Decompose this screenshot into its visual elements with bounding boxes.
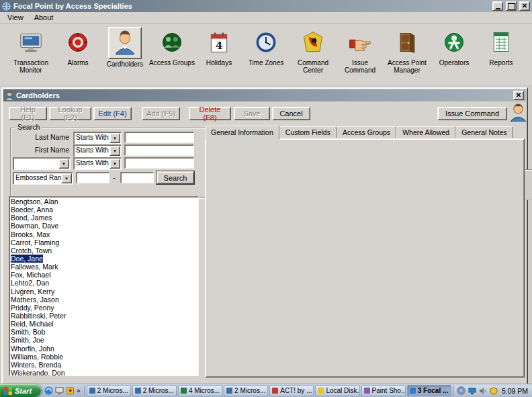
taskbar-task[interactable]: 2 Micros... <box>87 385 131 396</box>
last-name-operator-combo[interactable]: Starts With ▼ <box>73 132 122 144</box>
toolbar-item-operators[interactable]: Operators <box>431 27 477 87</box>
tray-network-icon[interactable] <box>468 387 476 395</box>
cardholder-list[interactable]: Bengtson, Alan Boeder, Anna Bond, James … <box>9 196 199 376</box>
toolbar-item-access-groups[interactable]: Access Groups <box>149 27 195 87</box>
operators-icon <box>438 27 470 58</box>
quick-launch-app-icon[interactable] <box>66 386 75 395</box>
toolbar-item-reports[interactable]: Reports <box>478 27 524 87</box>
cardholder-list-item[interactable]: Fox, Michael <box>11 271 198 279</box>
cardholder-list-item[interactable]: Bond, James <box>11 214 198 222</box>
embossed-range-combo[interactable]: Embossed Rang ▼ <box>13 172 73 185</box>
menubar: View About <box>0 12 532 24</box>
toolbar-label: Command Center <box>290 59 336 74</box>
cardholder-list-item[interactable]: Brooks, Max <box>11 230 198 238</box>
delete-button[interactable]: Delete (F8) <box>189 107 231 120</box>
taskbar-task[interactable]: 4 Micros... <box>178 385 222 396</box>
issue-command-button[interactable]: Issue Command <box>437 107 507 120</box>
minimize-button[interactable] <box>492 1 503 11</box>
toolbar-item-access-point-manager[interactable]: Access Point Manager <box>384 27 430 87</box>
save-button[interactable]: Save <box>234 107 270 120</box>
cardholder-list-item[interactable]: Williams, Robbie <box>11 353 198 361</box>
dialog-close-button[interactable]: ✕ <box>513 91 524 100</box>
tray-collapse-chevron[interactable]: « <box>457 386 466 395</box>
tabstrip: General Information Custom Fields Access… <box>205 126 513 139</box>
start-button[interactable]: Start <box>0 384 41 397</box>
taskbar-task[interactable]: Local Disk... <box>315 385 359 396</box>
search-button[interactable]: Search <box>157 171 194 184</box>
range-to-input[interactable] <box>120 172 154 183</box>
chevron-down-icon[interactable]: ▼ <box>58 159 69 169</box>
toolbar-item-holidays[interactable]: 4 Holidays <box>196 27 242 87</box>
chevron-down-icon[interactable]: ▼ <box>109 133 120 143</box>
chevron-down-icon[interactable]: ▼ <box>109 159 120 169</box>
cardholder-list-item[interactable]: Bengtson, Alan <box>11 197 198 206</box>
cardholder-list-item[interactable]: Carrot, Flaming <box>11 238 198 247</box>
taskbar-task[interactable]: Paint Sho... <box>361 385 406 396</box>
task-icon <box>318 388 324 394</box>
toolbar-item-transaction-monitor[interactable]: Transaction Monitor <box>8 27 54 87</box>
start-label: Start <box>15 387 32 395</box>
tab-access-groups[interactable]: Access Groups <box>337 126 396 138</box>
menu-view[interactable]: View <box>3 13 28 22</box>
cardholder-list-item[interactable]: Bowman, Dave <box>11 222 198 230</box>
toolbar-item-time-zones[interactable]: Time Zones <box>243 27 289 87</box>
task-icon <box>272 388 278 394</box>
tray-volume-icon[interactable] <box>479 387 487 395</box>
field-search-input[interactable] <box>124 157 194 169</box>
quick-launch-more-chevron[interactable]: » <box>77 387 81 394</box>
toolbar-item-command-center[interactable]: Command Center <box>290 27 336 87</box>
toolbar-label: Time Zones <box>243 59 289 67</box>
taskbar-task[interactable]: ACT! by ... <box>269 385 314 396</box>
windows-flag-icon <box>4 387 12 395</box>
tab-general-information[interactable]: General Information <box>205 126 279 140</box>
cardholder-list-item[interactable]: Reid, Michael <box>11 320 198 328</box>
cardholder-list-item[interactable]: Whorfin, John <box>11 345 198 353</box>
last-name-search-input[interactable] <box>124 132 194 143</box>
cardholder-list-item[interactable]: Rabbitinski, Peter <box>11 312 198 320</box>
cardholder-list-item[interactable]: Crotch, Town <box>11 247 198 255</box>
cardholder-list-item[interactable]: Priddy, Penny <box>11 304 198 312</box>
maximize-button[interactable] <box>506 1 517 11</box>
chevron-down-icon[interactable]: ▼ <box>109 146 120 156</box>
help-button[interactable]: Help (F1) <box>9 107 47 120</box>
range-from-input[interactable] <box>76 172 109 183</box>
taskbar-task[interactable]: 2 Micros... <box>224 385 268 396</box>
toolbar-item-issue-command[interactable]: Issue Command <box>337 27 383 87</box>
add-button[interactable]: Add (F5) <box>142 107 180 120</box>
range-separator: - <box>111 172 118 183</box>
first-name-operator-combo[interactable]: Starts With ▼ <box>73 144 122 157</box>
close-button[interactable]: ✕ <box>519 1 530 11</box>
taskbar-task[interactable]: 2 Micros... <box>132 385 177 396</box>
cardholder-list-item-selected[interactable]: Doe, Jane <box>11 255 198 263</box>
cancel-button[interactable]: Cancel <box>272 107 310 120</box>
quick-launch-browser-icon[interactable] <box>44 386 53 395</box>
lookup-button[interactable]: Lookup (F2) <box>49 107 91 120</box>
chevron-down-icon[interactable]: ▼ <box>61 173 72 183</box>
tray-shield-icon[interactable] <box>490 387 498 395</box>
toolbar-label: Access Point Manager <box>384 59 430 74</box>
menu-about[interactable]: About <box>30 13 58 22</box>
cardholder-list-item[interactable]: Boeder, Anna <box>11 206 198 214</box>
task-buttons: 2 Micros... 2 Micros... 4 Micros... 2 Mi… <box>85 385 453 396</box>
tab-general-notes[interactable]: General Notes <box>455 126 513 138</box>
toolbar-item-cardholders[interactable]: Cardholders <box>102 27 148 87</box>
cardholder-list-item[interactable]: Wiskerando, Don <box>11 369 198 376</box>
dialog-titlebar: Cardholders ✕ <box>3 89 526 101</box>
cardholder-list-item[interactable]: Lehto2, Dan <box>11 279 198 287</box>
field-operator-combo[interactable]: Starts With ▼ <box>73 157 122 170</box>
field-selector-combo[interactable]: ▼ <box>13 157 71 170</box>
cardholder-list-item[interactable]: Winters, Brenda <box>11 361 198 369</box>
cardholder-list-item[interactable]: Mathers, Jason <box>11 296 198 304</box>
cardholder-list-item[interactable]: Smith, Joe <box>11 336 198 344</box>
tab-custom-fields[interactable]: Custom Fields <box>279 126 337 138</box>
tab-where-allowed[interactable]: Where Allowed <box>396 126 455 138</box>
cardholder-list-item[interactable]: Smith, Bob <box>11 328 198 336</box>
quick-launch-desktop-icon[interactable] <box>55 386 64 395</box>
cardholder-list-item[interactable]: Livgren, Kerry <box>11 288 198 296</box>
cardholder-list-item[interactable]: Fallowes, Mark <box>11 263 198 271</box>
edit-button[interactable]: Edit (F4) <box>93 107 132 120</box>
toolbar-label: Alarms <box>55 59 101 67</box>
taskbar-task-active[interactable]: 3 Focal ... <box>407 385 451 396</box>
first-name-search-input[interactable] <box>124 144 194 156</box>
toolbar-item-alarms[interactable]: Alarms <box>55 27 101 87</box>
